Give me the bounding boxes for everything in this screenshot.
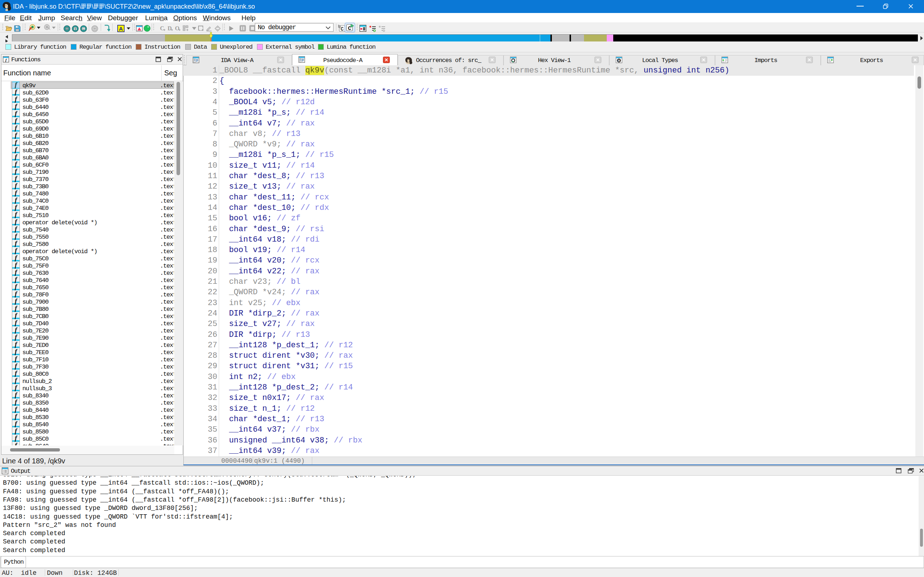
svg-text:C: C [160,25,164,31]
svg-text:A: A [119,26,123,32]
svg-text:loc: loc [82,28,85,30]
svg-text:C: C [341,26,344,32]
svg-text:O: O [175,25,179,31]
svg-text:D: D [168,25,172,31]
svg-text:T: T [74,27,76,31]
svg-text:0: 0 [618,59,620,63]
